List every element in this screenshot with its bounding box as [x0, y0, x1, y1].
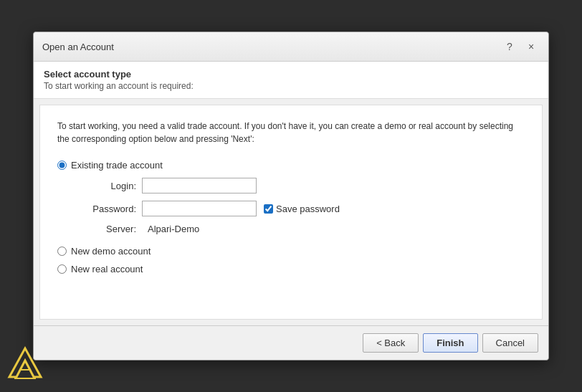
real-account-label: New real account [71, 264, 143, 274]
dialog-title: Open an Account [42, 42, 114, 52]
close-button[interactable]: × [523, 38, 540, 55]
help-button[interactable]: ? [501, 38, 518, 55]
demo-account-radio[interactable] [57, 247, 67, 256]
dialog-footer: < Back Finish Cancel [34, 325, 548, 360]
dialog-titlebar: Open an Account ? × [34, 32, 548, 62]
cancel-button[interactable]: Cancel [482, 333, 538, 353]
step-header: Select account type To start working an … [34, 62, 548, 99]
dialog-body: To start working, you need a valid trade… [39, 105, 543, 320]
login-input[interactable] [142, 178, 257, 193]
demo-account-option[interactable]: New demo account [57, 246, 525, 257]
dialog-container: Open an Account ? × Select account type … [33, 32, 549, 360]
existing-account-radio[interactable] [57, 161, 67, 170]
login-label: Login: [79, 181, 136, 191]
save-password-checkbox[interactable] [264, 204, 273, 214]
description-text: To start working, you need a valid trade… [57, 120, 525, 145]
svg-marker-0 [9, 348, 41, 377]
login-row: Login: [79, 178, 525, 193]
save-password-label: Save password [276, 204, 340, 214]
logo-mark [6, 345, 45, 386]
server-value: Alpari-Demo [148, 224, 199, 234]
back-button[interactable]: < Back [363, 333, 419, 353]
existing-account-label: Existing trade account [71, 160, 163, 171]
password-row: Password: Save password [79, 201, 525, 216]
demo-account-label: New demo account [71, 246, 151, 257]
real-account-radio[interactable] [57, 264, 67, 274]
save-password-area: Save password [264, 204, 340, 214]
form-section: Login: Password: Save password Server: A… [79, 178, 525, 234]
server-label: Server: [79, 224, 136, 234]
existing-account-option[interactable]: Existing trade account [57, 160, 525, 171]
finish-button[interactable]: Finish [423, 333, 477, 353]
password-label: Password: [79, 204, 136, 214]
password-input[interactable] [142, 201, 257, 216]
titlebar-buttons: ? × [501, 38, 540, 55]
step-subtitle: To start working an account is required: [44, 81, 538, 91]
real-account-option[interactable]: New real account [57, 264, 525, 274]
step-title: Select account type [44, 69, 538, 80]
server-row: Server: Alpari-Demo [79, 224, 525, 234]
